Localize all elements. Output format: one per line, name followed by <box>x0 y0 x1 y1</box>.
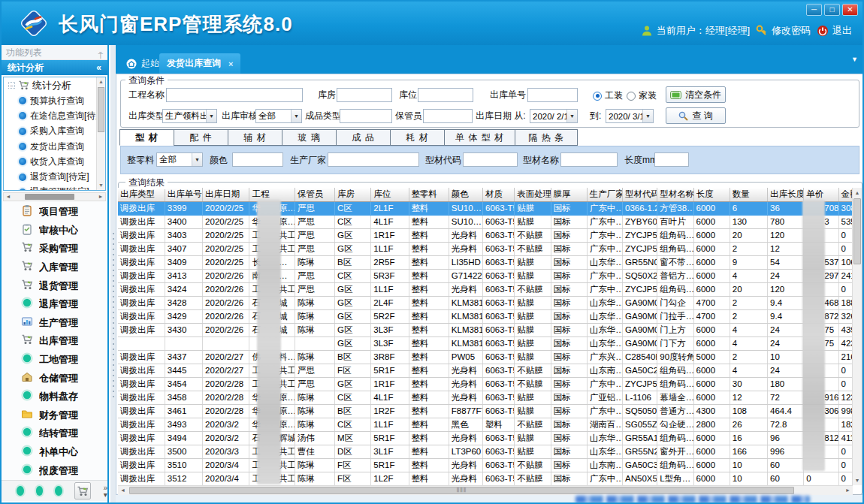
column-header[interactable]: 数量 <box>730 188 767 201</box>
table-row[interactable]: 调拨出库34092020/2/25长…陈琳B区2R5F整料LI35HD6063-… <box>118 255 853 269</box>
column-header[interactable]: 型材代码 <box>623 188 657 201</box>
clear-conditions-button[interactable]: 清空条件 <box>666 86 726 103</box>
profile-code-input[interactable] <box>463 152 518 167</box>
table-horizontal-scrollbar[interactable]: ◄ ⦀⦀⦀ ► <box>118 485 853 495</box>
column-header[interactable]: 库房 <box>335 188 371 201</box>
audit-combo[interactable]: 全部▼ <box>255 109 302 123</box>
sidebar-menu-item[interactable]: 入库管理 <box>2 258 107 277</box>
column-header[interactable]: 出库长度 <box>768 188 804 201</box>
scroll-left-icon[interactable]: ◄ <box>118 486 128 495</box>
column-header[interactable]: 长度 <box>693 188 730 201</box>
table-row[interactable]: G区3L3F整料KLM38176063-T5贴膜国标山东华…GA90M09…门下… <box>118 337 853 350</box>
column-header[interactable]: 生产厂家 <box>587 188 622 201</box>
date-to-picker[interactable]: 2020/ 3/16▼ <box>606 109 654 123</box>
material-tab[interactable]: 隔 热 条 <box>515 129 578 146</box>
collapse-icon[interactable]: « <box>96 60 101 75</box>
sidebar-menu-item[interactable]: 出库管理 <box>2 332 107 351</box>
tree-item[interactable]: 退库管理[待定] <box>4 185 105 191</box>
tree-scroll-thumb[interactable] <box>98 87 104 132</box>
sidebar-menu-item[interactable]: 物料盘存 <box>2 388 107 406</box>
scroll-up-icon[interactable]: ▲ <box>853 188 862 198</box>
splitter-handle[interactable] <box>110 45 116 502</box>
column-header[interactable]: 保管员 <box>295 188 334 201</box>
tree-item[interactable]: 收货入库查询 <box>4 154 105 169</box>
tree-root[interactable]: – 统计分析 <box>4 77 105 93</box>
column-header[interactable]: 整零料 <box>409 188 449 201</box>
table-row[interactable]: 调拨出库33992020/2/25华原…严思C区2L1F整料SU10…6063-… <box>118 201 853 215</box>
table-row[interactable]: 调拨出库34942020/3/2石辉城汤伟M区5R1F整料光身料6063-T5贴… <box>118 431 853 445</box>
toolbar-circle-icon[interactable] <box>55 486 62 496</box>
sidebar-menu-item[interactable]: 补单中心 <box>2 443 107 462</box>
table-row[interactable]: 调拨出库34372020/2/27佛料…陈琳B区3R8F整料PW056063-T… <box>118 350 853 364</box>
radio-home-decoration[interactable]: 家装 <box>627 89 657 102</box>
change-password[interactable]: 修改密码 <box>756 24 811 38</box>
out-type-combo[interactable]: 生产领料出库▼ <box>162 109 217 123</box>
material-tab[interactable]: 玻 璃 <box>282 129 337 146</box>
column-header[interactable]: 表面处理 <box>515 188 551 201</box>
keeper-input[interactable] <box>423 109 473 123</box>
tab-active[interactable]: 发货出库查询 × <box>159 53 240 74</box>
maximize-button[interactable]: □ <box>824 4 840 16</box>
tree-item[interactable]: 采购入库查询 <box>4 124 105 139</box>
search-button[interactable]: 查 询 <box>666 107 726 124</box>
toolbar-circle-icon[interactable] <box>36 486 44 496</box>
tab-list-dropdown-icon[interactable]: ▼ <box>851 56 858 63</box>
sidebar-menu-item[interactable]: 财务管理 <box>2 406 107 425</box>
scroll-right-icon[interactable]: ► <box>96 193 105 201</box>
sidebar-menu-item[interactable]: 退货管理 <box>2 276 107 295</box>
profile-name-input[interactable] <box>560 152 618 167</box>
whole-part-combo[interactable]: 全部▼ <box>156 152 203 167</box>
scroll-down-icon[interactable]: ▼ <box>853 475 862 485</box>
table-hscroll-thumb[interactable]: ⦀⦀⦀ <box>129 487 794 494</box>
project-name-input[interactable] <box>166 88 303 102</box>
material-tab[interactable]: 耗 材 <box>390 129 445 146</box>
sidebar-menu-item[interactable]: 采购管理 <box>2 240 107 258</box>
column-header[interactable]: 颜色 <box>449 188 482 201</box>
tree-item[interactable]: 发货出库查询 <box>4 139 105 154</box>
order-no-input[interactable] <box>527 88 578 102</box>
sidebar-menu-item[interactable]: 报废管理 <box>2 461 107 480</box>
date-from-picker[interactable]: 2020/ 2/16▼ <box>530 109 578 123</box>
tree-item[interactable]: 预算执行查询 <box>4 93 105 108</box>
sidebar-menu-item[interactable]: 审核中心 <box>2 222 107 240</box>
table-row[interactable]: 调拨出库34932020/3/2华原…陈琳C区1L1F整料黑色塑料不贴膜国标湖南… <box>118 418 853 431</box>
scroll-left-icon[interactable]: ◄ <box>4 193 13 201</box>
tree-item[interactable]: 在途信息查询[待定] <box>4 108 105 123</box>
column-header[interactable]: 出库单号 <box>165 188 202 201</box>
table-row[interactable]: 调拨出库34132020/2/26南…严思C区5R3F整料G714226063-… <box>118 269 853 282</box>
radio-work-clothes[interactable]: 工装 <box>593 89 623 102</box>
material-tab[interactable]: 型 材 <box>119 129 174 146</box>
table-row[interactable]: 调拨出库34282020/2/26石城陈琳G区2L4F整料KLM38176063… <box>118 296 853 309</box>
table-row[interactable]: 调拨出库34002020/2/25华原…严思C区4L1F整料SU10…6063-… <box>118 215 853 228</box>
length-input[interactable] <box>654 152 689 167</box>
tree-hscroll-thumb[interactable] <box>25 194 74 200</box>
table-row[interactable]: 调拨出库34292020/2/26石城陈琳G区5R2F整料KLM38176063… <box>118 309 853 323</box>
table-row[interactable]: 调拨出库35122020/3/4工共工程陈琳F区1L2F整料光身料6063-T5… <box>118 472 853 485</box>
column-header[interactable]: 出库日期 <box>203 188 249 201</box>
table-row[interactable]: 调拨出库34032020/2/25工共工程严思G区1R1F整料光身料6063-T… <box>118 228 853 242</box>
tree-vertical-scrollbar[interactable]: ▲ ▼ <box>96 77 105 190</box>
table-row[interactable]: 调拨出库34452020/2/27工共工程严思F区5R1F整料光身料6063-T… <box>118 364 853 377</box>
logout[interactable]: 退出 <box>817 24 852 38</box>
toolbar-cart-button[interactable] <box>74 482 92 499</box>
material-tab[interactable]: 成 品 <box>336 129 391 146</box>
location-input[interactable] <box>418 88 473 102</box>
warehouse-input[interactable] <box>337 88 392 102</box>
toolbar-overflow-chevron[interactable]: »▾ <box>103 484 107 498</box>
column-header[interactable]: 出库类型 <box>118 188 165 201</box>
minimize-button[interactable]: ─ <box>806 4 822 16</box>
tree-horizontal-scrollbar[interactable]: ◄ ► <box>3 192 106 201</box>
table-vertical-scrollbar[interactable]: ▲ ▼ <box>852 188 862 485</box>
scroll-right-icon[interactable]: ► <box>843 486 853 495</box>
column-header[interactable]: 库位 <box>371 188 409 201</box>
scroll-up-icon[interactable]: ▲ <box>97 77 105 86</box>
toolbar-circle-icon[interactable] <box>17 486 24 496</box>
table-row[interactable]: 调拨出库34582020/2/28华原…陈琳C区4L1F整料光身料6063-T5… <box>118 391 853 404</box>
color-input[interactable] <box>232 152 283 167</box>
column-header[interactable]: 膜厚 <box>551 188 587 201</box>
material-tab[interactable]: 单 体 型 材 <box>444 129 515 146</box>
table-row[interactable]: 调拨出库34612020/2/28华原…陈琳B区1R2F整料F8877FT606… <box>118 404 853 418</box>
table-row[interactable]: 调拨出库35102020/3/4工共工程陈琳F区5R1F整料光身料6063-T5… <box>118 458 853 472</box>
product-type-input[interactable] <box>340 109 392 123</box>
tab-close-icon[interactable]: × <box>228 59 233 68</box>
